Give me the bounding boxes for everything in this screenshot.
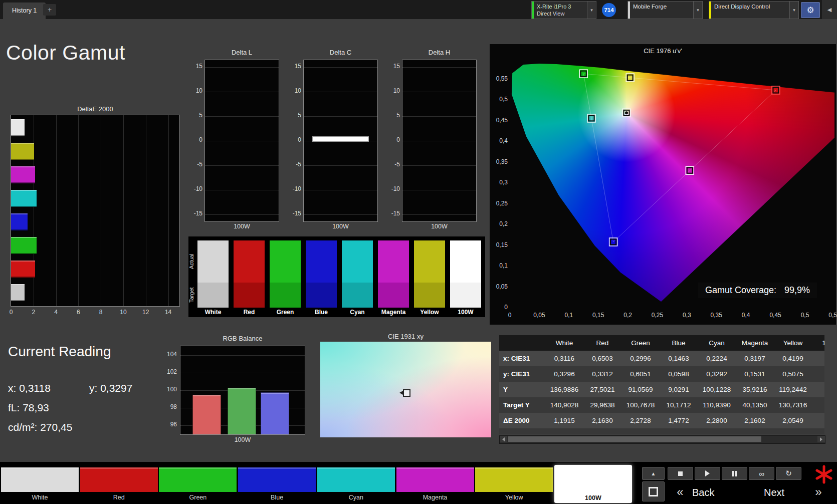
tick-label: 8: [92, 309, 109, 316]
tick-label: 0,05: [531, 312, 548, 319]
stop-button[interactable]: [668, 467, 693, 480]
gridline: [402, 165, 476, 166]
gear-icon: ⚙: [806, 5, 814, 16]
reading-y-value: y: 0,3297: [89, 382, 132, 394]
pattern-tile-blue[interactable]: [238, 467, 316, 492]
cie1976-title: CIE 1976 u'v': [490, 47, 836, 55]
settings-button[interactable]: ⚙: [801, 2, 820, 18]
tick-label: 5: [284, 112, 301, 119]
infinity-icon: ∞: [759, 469, 764, 478]
delta-c-x-label: 100W: [303, 223, 378, 230]
pattern-tile-cyan[interactable]: [317, 467, 395, 492]
pattern-tile-100w[interactable]: 100W: [554, 465, 632, 503]
table-scrollbar[interactable]: [499, 435, 825, 444]
table-row: Y136,988627,502191,05699,0291100,122835,…: [499, 382, 824, 397]
actual-row-label: Actual: [188, 240, 196, 283]
table-cell: 2,0549: [774, 413, 812, 428]
deltae-x-axis: 02468101214: [11, 309, 181, 316]
scroll-left-button[interactable]: [500, 436, 507, 442]
refresh-icon: ↻: [785, 469, 792, 478]
table-cell: 110,9390: [698, 397, 736, 413]
next-button[interactable]: Next: [764, 483, 784, 501]
gridline: [123, 115, 124, 306]
deltae-bar-cyan: [11, 190, 37, 207]
gridline: [304, 214, 377, 215]
next-chevrons-icon[interactable]: »: [810, 483, 827, 501]
cie1976-overlay: [510, 58, 834, 310]
pattern-window-button[interactable]: [642, 481, 665, 501]
tick-label: 96: [160, 421, 177, 428]
pattern-tile-yellow[interactable]: [475, 467, 553, 492]
actual-swatch-blue: [306, 240, 337, 283]
tab-history-1[interactable]: History 1: [3, 3, 46, 19]
chevron-down-icon[interactable]: ▾: [789, 2, 798, 19]
tick-label: 0,25: [649, 312, 666, 319]
tick-label: 0: [491, 304, 508, 311]
target-swatch-100w: [450, 283, 481, 308]
table-header: [499, 335, 545, 351]
tick-label: 10: [185, 87, 202, 94]
reading-x-value: x: 0,3118: [8, 382, 51, 394]
table-row-label: x: CIE31: [499, 351, 545, 366]
swatch-column-label: Yellow: [414, 309, 445, 316]
tick-label: 12: [137, 309, 154, 316]
meter-dropdown[interactable]: X-Rite i1Pro 3 Direct View ▾: [531, 1, 596, 19]
tick-label: 0,25: [491, 200, 508, 207]
pattern-tile-red[interactable]: [80, 467, 158, 492]
cie1931-title: CIE 1931 xy: [320, 333, 491, 340]
swatch-column-label: Cyan: [342, 309, 373, 316]
gridline: [205, 141, 279, 141]
scrollbar-thumb[interactable]: [508, 436, 761, 442]
chevron-down-icon[interactable]: ▾: [693, 2, 702, 19]
tick-label: 0,3: [678, 312, 695, 319]
pattern-tile-label: Magenta: [396, 494, 474, 501]
tick-label: 0,55: [491, 75, 508, 82]
table-cell: 1,4772: [660, 413, 698, 428]
table-row-label: Target Y: [499, 397, 545, 413]
table-cell: 91,0569: [621, 382, 660, 397]
loop-button[interactable]: ∞: [749, 467, 774, 480]
gamut-marker-white: [622, 109, 631, 117]
gridline: [101, 115, 101, 306]
table-cell: 2,1630: [583, 413, 621, 428]
rgb-bar-red: [192, 395, 221, 435]
pause-button[interactable]: [722, 467, 747, 480]
tick-label: 5: [185, 112, 202, 119]
collapse-panel-button[interactable]: ◀: [822, 0, 837, 19]
gridline: [56, 115, 57, 306]
table-header: 100W: [812, 335, 824, 351]
table-cell: 100,1228: [698, 382, 736, 397]
scroll-right-button[interactable]: [817, 436, 825, 442]
tick-label: 15: [185, 63, 202, 70]
display-control-dropdown[interactable]: Direct Display Control ▾: [709, 1, 799, 19]
pattern-window-up-button[interactable]: ▲: [642, 467, 665, 480]
tick-label: 0,55: [826, 312, 837, 319]
gridline: [205, 116, 279, 117]
play-button[interactable]: [695, 467, 720, 480]
pattern-tile-white[interactable]: [1, 467, 79, 492]
pattern-source-dropdown[interactable]: Mobile Forge ▾: [627, 1, 703, 19]
add-tab-button[interactable]: +: [43, 4, 56, 16]
tick-label: 0,4: [491, 137, 508, 144]
pattern-tile-magenta[interactable]: [396, 467, 474, 492]
gridline: [205, 92, 279, 92]
table-cell: 9,0291: [660, 382, 698, 397]
refresh-button[interactable]: ↻: [776, 467, 801, 480]
delta-h-x-label: 100W: [402, 223, 477, 230]
back-chevrons-icon[interactable]: «: [672, 483, 689, 501]
gridline: [402, 67, 476, 68]
rgb-balance-y-axis: 1041021009896: [160, 346, 177, 434]
table-row-label: Y: [499, 382, 545, 397]
rgb-balance-chart: [180, 346, 305, 435]
table-cell: 0,4: [812, 428, 824, 434]
tick-label: 98: [160, 403, 177, 410]
back-button[interactable]: Back: [692, 483, 714, 501]
table-cell: 0,4141: [583, 428, 621, 434]
target-swatch-blue: [306, 283, 337, 308]
actual-swatch-red: [234, 240, 265, 283]
gridline: [180, 355, 305, 356]
gridline: [304, 165, 377, 166]
table-row-label: ΔE ITP: [499, 428, 545, 434]
pattern-tile-green[interactable]: [159, 467, 237, 492]
chevron-down-icon[interactable]: ▾: [587, 2, 596, 19]
